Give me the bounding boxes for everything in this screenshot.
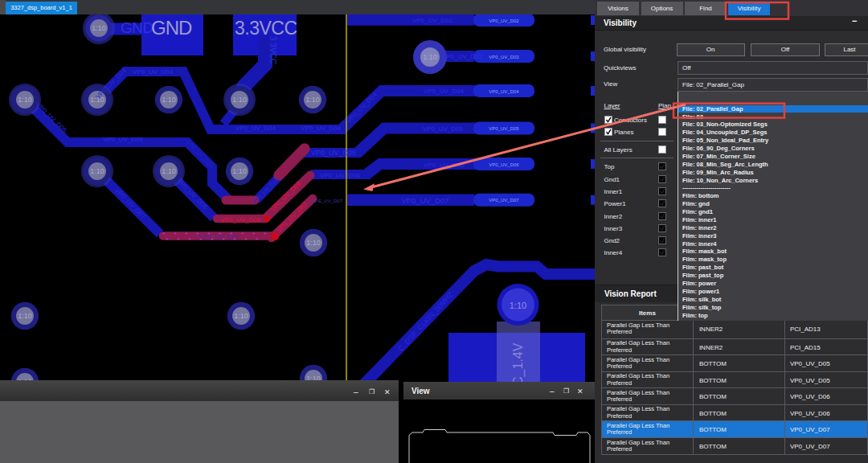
svg-text:C_1.4V: C_1.4V xyxy=(511,342,526,386)
svg-text:1:10: 1:10 xyxy=(423,53,437,61)
svg-text:1:10: 1:10 xyxy=(306,239,321,247)
svg-text:1:10: 1:10 xyxy=(18,96,32,104)
svg-text:VP0_UV_D06: VP0_UV_D06 xyxy=(489,162,519,167)
svg-text:VP0_UV_D07: VP0_UV_D07 xyxy=(489,198,519,203)
svg-text:VP0_UV_D07: VP0_UV_D07 xyxy=(401,196,448,205)
svg-text:VP0_UV_D04: VP0_UV_D04 xyxy=(424,88,464,95)
svg-text:GND: GND xyxy=(151,17,192,39)
svg-text:3.3VCC: 3.3VCC xyxy=(268,36,277,64)
svg-text:1:10: 1:10 xyxy=(162,167,176,175)
svg-text:1:10: 1:10 xyxy=(232,167,247,175)
svg-text:VP0_UV_D05: VP0_UV_D05 xyxy=(423,125,463,133)
svg-text:1:10: 1:10 xyxy=(232,96,247,104)
svg-text:VP0_UV_D05: VP0_UV_D05 xyxy=(311,149,356,157)
svg-text:1:10: 1:10 xyxy=(90,167,104,175)
svg-text:1:10: 1:10 xyxy=(305,96,320,104)
svg-text:VP0_UV_D02: VP0_UV_D02 xyxy=(489,18,519,23)
svg-text:VP0_UV_D07: VP0_UV_D07 xyxy=(199,233,239,240)
svg-text:GND: GND xyxy=(121,19,154,36)
svg-text:VP0_UV_D04: VP0_UV_D04 xyxy=(235,125,276,132)
svg-text:VP0_UV_D06: VP0_UV_D06 xyxy=(220,216,260,223)
svg-text:1:10: 1:10 xyxy=(234,312,248,320)
svg-text:VP0_UV_D06: VP0_UV_D06 xyxy=(424,162,464,169)
svg-text:1:10: 1:10 xyxy=(510,301,526,310)
svg-text:VP0_UV_D04: VP0_UV_D04 xyxy=(133,68,173,76)
svg-text:VP0_UV_D05: VP0_UV_D05 xyxy=(103,136,143,143)
svg-text:VP0_UV_D04: VP0_UV_D04 xyxy=(489,89,519,94)
svg-text:1:10: 1:10 xyxy=(162,96,176,104)
svg-text:VP0_UV_D03: VP0_UV_D03 xyxy=(489,55,519,59)
svg-text:VP0_UV_D04: VP0_UV_D04 xyxy=(301,125,341,132)
svg-text:1:10: 1:10 xyxy=(92,24,106,32)
svg-text:VP0_UV_D05: VP0_UV_D05 xyxy=(489,126,519,131)
svg-text:VP0_UV_D06: VP0_UV_D06 xyxy=(320,172,360,179)
svg-text:1:10: 1:10 xyxy=(18,312,32,320)
svg-text:VP0_UV_D02: VP0_UV_D02 xyxy=(412,17,452,24)
svg-text:3.3VCC: 3.3VCC xyxy=(235,18,297,39)
svg-text:VPE_UV_D07: VPE_UV_D07 xyxy=(312,199,343,203)
svg-text:VP0_UV_D03: VP0_UV_D03 xyxy=(442,53,482,60)
